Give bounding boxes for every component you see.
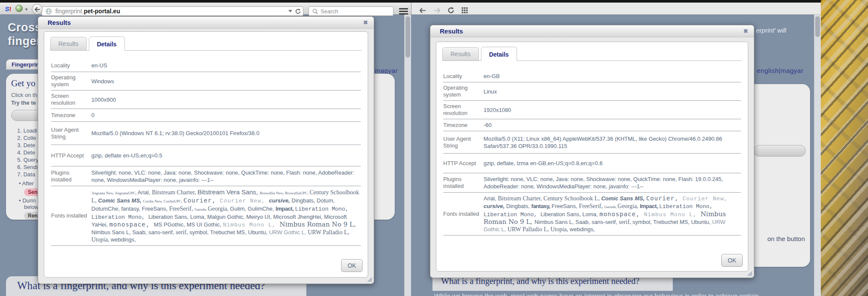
language-links[interactable]: english|magyar xyxy=(757,67,803,74)
font-name: Nimbus Sans L, xyxy=(535,219,575,225)
step-item: 5. Query xyxy=(17,156,39,163)
results-dialog: Results ✖ Results Details Localityen-GB … xyxy=(430,25,754,278)
forward-button[interactable] xyxy=(432,6,442,15)
font-name: Arial, xyxy=(138,189,152,196)
font-name: sans-serif, xyxy=(592,219,619,225)
url-text: fingerprint.pet-portal.eu xyxy=(55,8,120,15)
dialog-title: Results xyxy=(48,19,71,26)
font-name: Loma, xyxy=(582,211,599,217)
table-row: Operating systemWindows xyxy=(51,72,361,91)
font-name: Courier, xyxy=(646,195,683,202)
font-name: webdings, xyxy=(570,226,595,233)
font-name: serif, xyxy=(619,219,632,225)
note-during: Durin xyxy=(22,197,36,204)
font-name: Ubuntu, xyxy=(691,219,712,225)
font-name: Trebuchet MS, xyxy=(653,219,691,225)
left-page-scrollbar[interactable] xyxy=(404,15,411,296)
font-name: monospace, xyxy=(599,211,644,217)
font-name: Gulim, xyxy=(230,205,248,212)
url-bar[interactable]: fingerprint.pet-portal.eu xyxy=(42,6,303,16)
font-name: Browallia New, xyxy=(260,191,285,195)
ok-button[interactable]: OK xyxy=(341,259,363,272)
button-text-fragment: on the button xyxy=(767,235,805,242)
font-name: Trebuchet MS, xyxy=(210,229,248,236)
table-row: User Agent StringMozilla/5.0 (Windows NT… xyxy=(51,122,361,145)
font-name: URW Palladio L, xyxy=(308,229,349,236)
fonts-row: Fonts installedAngsana New, AngsanaUPC, … xyxy=(51,186,361,246)
font-name: Angsana New, xyxy=(91,191,115,195)
table-row: Localityen-GB xyxy=(443,70,741,82)
table-row: Timezone-60 xyxy=(443,119,741,131)
speed-dial-grid-icon[interactable] xyxy=(460,6,470,15)
table-row: Localityen-US xyxy=(51,59,361,72)
dialog-title: Results xyxy=(440,27,463,35)
dialog-titlebar[interactable]: Results ✖ xyxy=(38,17,374,29)
url-dropdown-icon[interactable] xyxy=(288,10,292,12)
font-name: Liberation Sans, xyxy=(148,214,191,220)
font-name: Georgia, xyxy=(617,203,640,209)
font-name: URW Gothic L, xyxy=(269,229,308,236)
ok-button[interactable]: OK xyxy=(721,254,743,267)
step-item: 4. Dete xyxy=(17,149,39,156)
tab-results[interactable]: Results xyxy=(50,37,87,50)
font-name: FreeSerif, xyxy=(169,205,194,212)
font-name: Ubuntu, xyxy=(248,229,269,236)
font-name: Liberation Mono, xyxy=(484,211,541,218)
table-row: Screen resolution1000x900 xyxy=(51,91,361,109)
reload-button[interactable] xyxy=(446,6,456,15)
resize-handle-icon[interactable] xyxy=(746,269,753,276)
font-name: Impact, xyxy=(275,205,295,212)
font-name: Malgun Gothic, xyxy=(207,214,246,220)
scrollbar-thumb[interactable] xyxy=(405,16,410,57)
app-logo-icon[interactable]: S! xyxy=(3,4,13,13)
menu-button[interactable] xyxy=(399,7,408,15)
font-name: FreeSans, xyxy=(552,203,579,209)
dialog-tabs: Results Details xyxy=(442,46,742,61)
page-hero-title: Cross finger xyxy=(8,21,42,48)
font-name: Nimbus Roman No 9 L, xyxy=(280,220,356,228)
close-icon[interactable]: ✖ xyxy=(742,27,750,35)
resize-handle-icon[interactable] xyxy=(366,275,372,282)
right-page-scrollbar[interactable] xyxy=(814,15,821,296)
tab-results[interactable]: Results xyxy=(442,47,479,60)
search-icon xyxy=(312,9,318,14)
font-name: Bitstream Charter, xyxy=(152,189,197,196)
font-name: Georgia, xyxy=(208,205,230,212)
font-name: fantasy, xyxy=(121,205,142,212)
close-icon[interactable]: ✖ xyxy=(362,19,369,27)
font-name: Impact, xyxy=(640,203,659,209)
font-name: Courier New, xyxy=(683,196,728,202)
onion-menu-icon[interactable] xyxy=(15,5,23,12)
scrollbar-thumb[interactable] xyxy=(815,16,820,37)
test-button[interactable] xyxy=(753,145,806,157)
step-item: 6. Sendi xyxy=(17,163,39,171)
font-name: AngsanaUPC, xyxy=(115,191,138,195)
language-links[interactable]: magyar xyxy=(375,67,398,74)
font-name: Courier, xyxy=(183,197,220,204)
font-name: cursive, xyxy=(269,197,292,204)
step-item: 2. Colle xyxy=(17,134,39,142)
font-name: sans-serif, xyxy=(148,229,176,236)
right-browser-toolbar xyxy=(411,3,821,15)
font-name: Saab, xyxy=(575,219,592,225)
reload-icon[interactable] xyxy=(295,8,301,15)
font-name: Liberation Mono, xyxy=(295,206,348,212)
tab-details[interactable]: Details xyxy=(481,47,517,61)
desktop-wallpaper xyxy=(821,0,868,296)
font-name: Liberation Mono, xyxy=(91,214,148,220)
font-name: Dingbats, xyxy=(292,197,317,204)
table-row: User Agent StringMozilla/5.0 (X11; Linux… xyxy=(443,131,741,154)
font-name: Century Schoolbook L, xyxy=(544,195,602,202)
panel-intro-line: Click on th xyxy=(11,92,37,98)
table-row: Screen resolution1920x1080 xyxy=(443,101,741,119)
back-button[interactable] xyxy=(417,6,428,15)
font-name: Bitstream Charter, xyxy=(498,195,543,202)
font-name: GulimChe, xyxy=(248,205,275,212)
steps-list: 1. Loadi2. Colle3. Dete4. Dete5. Query6.… xyxy=(17,127,39,178)
back-button[interactable] xyxy=(32,4,42,15)
dialog-titlebar[interactable]: Results ✖ xyxy=(430,25,754,37)
search-input[interactable]: Search xyxy=(308,6,393,16)
chevron-down-icon[interactable]: ▼ xyxy=(24,7,28,12)
font-name: Bitstream Vera Sans, xyxy=(197,188,260,196)
tab-details[interactable]: Details xyxy=(89,36,125,51)
